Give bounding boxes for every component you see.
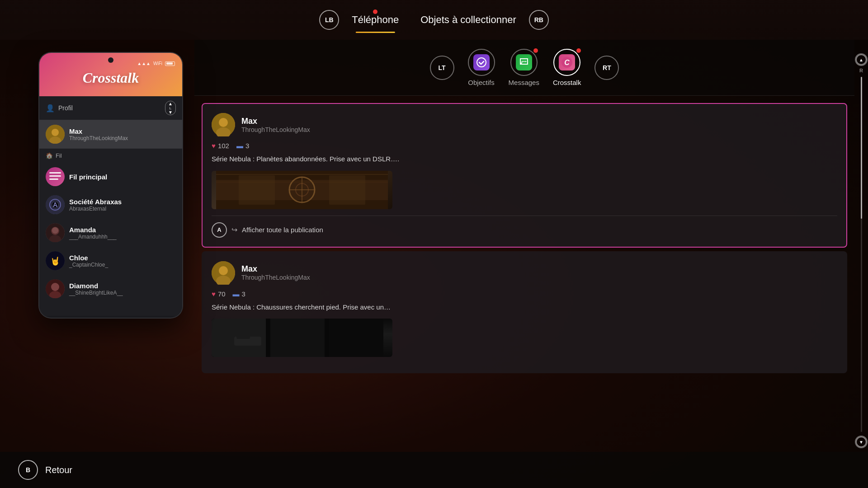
svg-rect-44 bbox=[329, 319, 383, 357]
svg-point-39 bbox=[219, 266, 228, 275]
post-2-stats: ♥ 70 ▬ 3 bbox=[212, 290, 837, 298]
posts-feed: Max ThroughTheLookingMax ♥ 102 ▬ 3 Série… bbox=[194, 96, 854, 458]
phone-sidebar: ▲▲▲ WiFi Crosstalk 👤 Profil ▲ L ▼ bbox=[38, 52, 183, 319]
messages-icon bbox=[516, 54, 532, 70]
contact-handle-chloe: _CaptainChloe_ bbox=[69, 262, 176, 268]
contact-name-diamond: Diamond bbox=[69, 282, 176, 290]
avatar-chloe: 🤘 bbox=[46, 251, 65, 270]
rt-button[interactable]: RT bbox=[594, 56, 619, 80]
svg-rect-43 bbox=[270, 319, 325, 357]
post-1-header: Max ThroughTheLookingMax bbox=[212, 113, 837, 136]
post-2-author: Max bbox=[241, 264, 310, 274]
lb-button[interactable]: LB bbox=[319, 10, 339, 30]
contact-name-fil: Fil principal bbox=[69, 173, 176, 181]
post-1-likes: ♥ 102 bbox=[212, 142, 229, 150]
post-2-comments: ▬ 3 bbox=[233, 290, 245, 298]
svg-rect-5 bbox=[49, 178, 58, 180]
retour-label: Retour bbox=[45, 465, 72, 475]
svg-point-22 bbox=[525, 61, 526, 62]
post-2-text: Série Nebula : Chaussures cherchent pied… bbox=[212, 302, 837, 313]
fil-label: Fil bbox=[56, 152, 62, 159]
contact-item-fil-principal[interactable]: Fil principal bbox=[39, 163, 182, 191]
scroll-up-button[interactable]: ▲ bbox=[855, 53, 868, 66]
post-2-image bbox=[212, 319, 392, 357]
post-1-action[interactable]: A ↪ Afficher toute la publication bbox=[212, 216, 837, 238]
contact-handle-abraxas: AbraxasEternal bbox=[69, 206, 176, 212]
scroll-r-label: R bbox=[859, 68, 863, 73]
contact-info-fil: Fil principal bbox=[69, 173, 176, 181]
bottom-bar: B Retour bbox=[0, 452, 868, 488]
profile-section[interactable]: 👤 Profil ▲ L ▼ bbox=[39, 96, 182, 120]
post-1-text: Série Nebula : Planètes abandonnées. Pri… bbox=[212, 154, 837, 164]
lt-button[interactable]: LT bbox=[430, 56, 454, 80]
b-button[interactable]: B bbox=[18, 460, 38, 480]
contact-info-abraxas: Société Abraxas AbraxasEternal bbox=[69, 198, 176, 212]
svg-rect-34 bbox=[239, 175, 275, 205]
post-card-1[interactable]: Max ThroughTheLookingMax ♥ 102 ▬ 3 Série… bbox=[202, 103, 847, 248]
crosstalk-label: Crosstalk bbox=[553, 79, 581, 86]
scroll-l-label: L bbox=[170, 106, 172, 110]
action-label: Afficher toute la publication bbox=[242, 226, 323, 234]
svg-point-13 bbox=[52, 227, 58, 234]
post-1-image-placeholder bbox=[212, 171, 392, 209]
contact-handle-diamond: __ShineBrightLikeA__ bbox=[69, 290, 176, 296]
contact-name-chloe: Chloe bbox=[69, 254, 176, 262]
post-card-2[interactable]: Max ThroughTheLookingMax ♥ 70 ▬ 3 Série … bbox=[202, 251, 847, 374]
post-2-image-placeholder bbox=[212, 319, 392, 357]
post-1-image bbox=[212, 171, 392, 209]
svg-rect-46 bbox=[236, 332, 250, 339]
rb-button[interactable]: RB bbox=[529, 10, 549, 30]
phone-battery bbox=[165, 61, 175, 66]
contact-handle-amanda: ___Amanduhhh___ bbox=[69, 234, 176, 240]
svg-rect-4 bbox=[49, 175, 61, 177]
comment-icon-2: ▬ bbox=[233, 290, 240, 298]
scroll-thumb bbox=[861, 77, 862, 219]
tab-objectifs[interactable]: Objectifs bbox=[468, 49, 495, 86]
action-a-button[interactable]: A bbox=[212, 222, 227, 238]
crosstalk-btn[interactable]: C bbox=[553, 49, 580, 76]
svg-rect-35 bbox=[329, 175, 365, 205]
tab-objets[interactable]: Objets à collectionner bbox=[411, 10, 525, 29]
svg-text:A: A bbox=[53, 201, 57, 208]
post-2-likes: ♥ 70 bbox=[212, 290, 226, 298]
scroll-down-button[interactable]: ▼ bbox=[855, 436, 868, 448]
svg-point-20 bbox=[523, 61, 524, 62]
post-1-author-info: Max ThroughTheLookingMax bbox=[241, 117, 310, 133]
heart-icon: ♥ bbox=[212, 142, 216, 150]
contact-item-max[interactable]: Max ThroughTheLookingMax bbox=[39, 120, 182, 148]
post-2-author-info: Max ThroughTheLookingMax bbox=[241, 264, 310, 281]
avatar-max bbox=[46, 125, 65, 144]
post-2-header: Max ThroughTheLookingMax bbox=[212, 261, 837, 285]
comment-icon: ▬ bbox=[236, 142, 243, 150]
tab-telephone[interactable]: Téléphone bbox=[343, 10, 408, 29]
app-title: Crosstalk bbox=[47, 70, 175, 86]
svg-rect-3 bbox=[49, 172, 61, 174]
top-navigation: LB Téléphone Objets à collectionner RB bbox=[0, 0, 868, 40]
main-content: LT Objectifs bbox=[194, 40, 854, 452]
contact-info-amanda: Amanda ___Amanduhhh___ bbox=[69, 226, 176, 240]
profile-icon: 👤 bbox=[46, 104, 55, 113]
contact-handle-max: ThroughTheLookingMax bbox=[69, 135, 176, 141]
post-1-author: Max bbox=[241, 117, 310, 126]
svg-point-19 bbox=[477, 58, 486, 67]
contact-item-amanda[interactable]: Amanda ___Amanduhhh___ bbox=[39, 219, 182, 247]
svg-point-1 bbox=[52, 129, 59, 136]
messages-label: Messages bbox=[509, 79, 539, 86]
avatar-diamond bbox=[46, 279, 65, 298]
svg-point-17 bbox=[51, 283, 59, 291]
tab-messages[interactable]: Messages bbox=[509, 49, 539, 86]
contact-item-diamond[interactable]: Diamond __ShineBrightLikeA__ bbox=[39, 275, 182, 303]
profile-label: Profil bbox=[58, 104, 73, 112]
post-1-stats: ♥ 102 ▬ 3 bbox=[212, 142, 837, 150]
post-1-handle: ThroughTheLookingMax bbox=[241, 126, 310, 133]
tab-crosstalk[interactable]: C Crosstalk bbox=[553, 49, 581, 86]
contact-item-chloe[interactable]: 🤘 Chloe _CaptainChloe_ bbox=[39, 247, 182, 275]
messages-btn[interactable] bbox=[510, 49, 538, 76]
contact-name-max: Max bbox=[69, 127, 176, 135]
phone-notch bbox=[108, 57, 113, 63]
objectifs-label: Objectifs bbox=[468, 79, 494, 86]
objectifs-btn[interactable] bbox=[468, 49, 495, 76]
contact-item-abraxas[interactable]: A Société Abraxas AbraxasEternal bbox=[39, 191, 182, 219]
contact-info-diamond: Diamond __ShineBrightLikeA__ bbox=[69, 282, 176, 296]
avatar-amanda bbox=[46, 223, 65, 242]
